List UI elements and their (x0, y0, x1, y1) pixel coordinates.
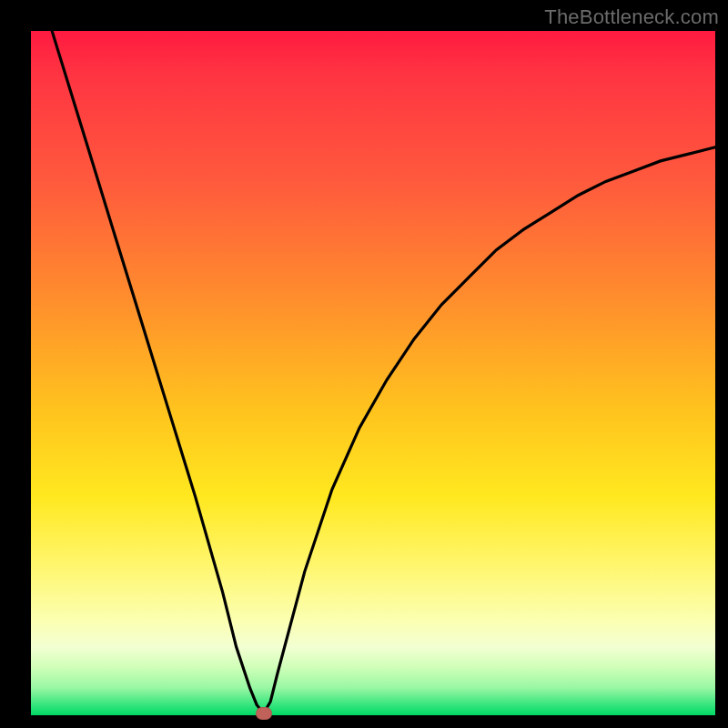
chart-frame: TheBottleneck.com (0, 0, 728, 728)
optimal-point-marker (256, 707, 272, 720)
plot-area (31, 31, 715, 715)
bottleneck-curve (31, 31, 715, 715)
watermark-text: TheBottleneck.com (544, 5, 719, 29)
